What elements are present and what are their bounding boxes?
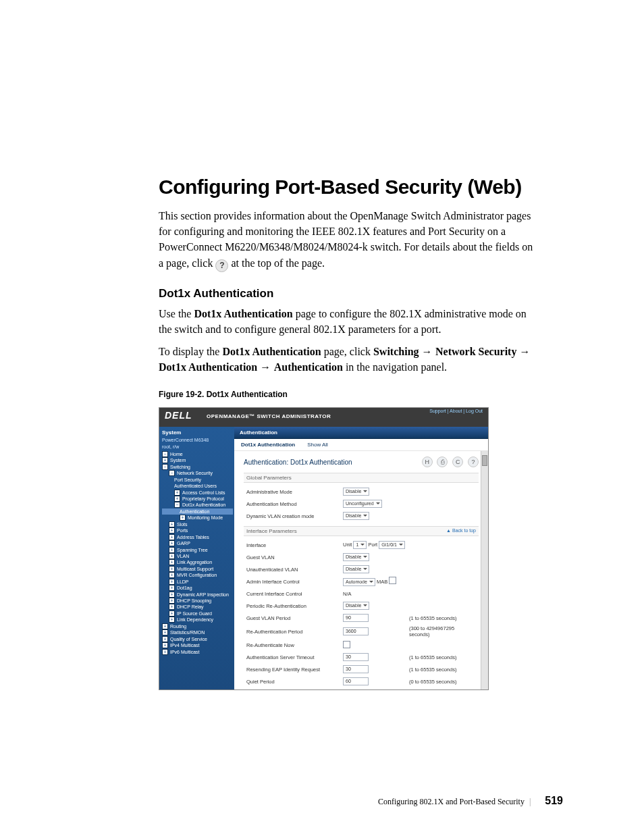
tree-item[interactable]: −Home [162,451,233,457]
tree-toggle-icon[interactable]: + [162,649,168,655]
save-icon[interactable]: H [422,457,433,467]
tree-item[interactable]: +Proprietary Protocol [162,496,233,502]
tree-item[interactable]: +Link Dependency [162,617,233,623]
select-admin-interface-control[interactable]: Automode [343,578,375,586]
tree-item[interactable]: +Monitoring Mode [162,515,233,521]
tree-toggle-icon[interactable]: + [169,553,175,559]
tree-item[interactable]: Authenticated Users [162,483,233,489]
input-guest-vlan-period[interactable]: 90 [343,614,369,622]
para-navigation: To display the Dot1x Authentication page… [159,344,537,375]
tree-toggle-icon[interactable]: + [162,623,168,629]
input-resending-eap-identity-request[interactable]: 30 [343,665,369,673]
input-authentication-server-timeout[interactable]: 30 [343,653,369,661]
p2-a: To display the [159,346,222,357]
tab-show-all[interactable]: Show All [307,442,328,448]
tree-item-label: Proprietary Protocol [182,496,224,501]
tree-toggle-icon[interactable]: + [180,515,186,521]
tree-item[interactable]: +Dot1ag [162,585,233,591]
input-supplicant-timeout[interactable]: 30 [343,689,369,690]
tree-toggle-icon[interactable]: + [169,617,175,623]
tree-item[interactable]: +DHCP Relay [162,604,233,610]
tree-toggle-icon[interactable]: + [162,636,168,642]
tree-toggle-icon[interactable]: + [169,534,175,540]
tree-toggle-icon[interactable]: + [169,610,175,617]
scrollbar-thumb[interactable] [482,455,487,466]
tree-toggle-icon[interactable]: + [169,598,175,604]
brand-logo: DELL [165,411,192,420]
tree-toggle-icon[interactable]: + [174,496,180,502]
select-unit[interactable]: 1 [353,541,367,549]
tree-toggle-icon[interactable]: + [174,490,180,496]
header-links[interactable]: Support | About | Log Out [429,409,483,413]
tree-toggle-icon[interactable]: + [169,559,175,565]
tree-root[interactable]: System [162,429,233,437]
checkbox-mab[interactable] [389,577,396,584]
input-re-authentication-period[interactable]: 3600 [343,627,369,635]
tree-item[interactable]: +System [162,457,233,463]
tree-toggle-icon[interactable]: − [174,502,180,508]
nav-tree[interactable]: System PowerConnect M6348 root, r/w −Hom… [159,427,234,689]
refresh-icon[interactable]: C [452,457,463,467]
tab-dot1x-auth[interactable]: Dot1x Authentication [241,442,295,448]
tree-toggle-icon[interactable]: + [162,629,168,635]
checkbox-re-authenticate-now[interactable] [343,641,350,648]
tree-toggle-icon[interactable]: + [169,566,175,572]
field-label: Admin Interface Control [244,575,340,588]
tree-toggle-icon[interactable]: + [162,642,168,648]
table-row: Current Interface ControlN/A [244,588,479,600]
tree-toggle-icon[interactable]: + [169,579,175,585]
scrollbar[interactable] [481,451,488,690]
select-dynamic-vlan-creation-mode[interactable]: Disable [343,512,369,520]
tree-item[interactable]: +IPv6 Multicast [162,649,233,655]
tree-item[interactable]: +Ports [162,527,233,533]
tree-item[interactable]: +IP Source Guard [162,610,233,617]
tree-item[interactable]: +MVR Configuration [162,572,233,578]
field-hint: (1 to 65535 seconds) [406,687,479,690]
tree-item-label: GARP [177,541,190,546]
tree-toggle-icon[interactable]: + [169,604,175,610]
tree-item[interactable]: −Dot1x Authentication [162,502,233,508]
tree-item-label: Link Aggregation [177,560,212,565]
tree-item[interactable]: +Slots [162,521,233,527]
tree-item[interactable]: −Network Security [162,470,233,476]
tree-item[interactable]: +GARP [162,540,233,546]
tree-toggle-icon[interactable]: + [169,521,175,527]
select-administrative-mode[interactable]: Disable [343,488,369,496]
help-icon[interactable]: ? [468,457,479,467]
tree-item[interactable]: +Quality of Service [162,636,233,642]
tree-toggle-icon[interactable]: + [162,457,168,463]
field-hint [406,588,479,600]
tree-item[interactable]: +Dynamic ARP Inspection [162,592,233,598]
tree-item[interactable]: Authentication [162,509,233,515]
select-periodic-re-authentication[interactable]: Disable [343,602,369,610]
tree-item[interactable]: +VLAN [162,553,233,559]
select-authentication-method[interactable]: Unconfigured [343,500,382,508]
tree-item[interactable]: +Spanning Tree [162,547,233,553]
tree-toggle-icon[interactable]: + [169,540,175,546]
print-icon[interactable]: ⎙ [437,457,448,467]
tree-toggle-icon[interactable]: + [169,547,175,553]
tree-toggle-icon[interactable]: + [169,527,175,533]
select-guest-vlan[interactable]: Disable [343,553,369,561]
tree-item[interactable]: Port Security [162,477,233,483]
tree-toggle-icon[interactable]: − [162,451,168,457]
tree-toggle-icon[interactable]: + [169,592,175,598]
tree-toggle-icon[interactable]: + [169,585,175,591]
tree-toggle-icon[interactable]: − [169,470,175,476]
tree-item[interactable]: +Address Tables [162,534,233,540]
input-quiet-period[interactable]: 60 [343,677,369,685]
select-port[interactable]: Gi1/0/1 [379,541,405,549]
back-to-top-link[interactable]: ▲ Back to top [446,528,476,534]
tree-item[interactable]: +LLDP [162,579,233,585]
tree-item[interactable]: +Routing [162,623,233,629]
tree-item[interactable]: −Switching [162,464,233,470]
tree-item[interactable]: +Link Aggregation [162,559,233,565]
tree-toggle-icon[interactable]: − [162,464,168,470]
tree-item[interactable]: +IPv4 Multicast [162,642,233,648]
tree-item[interactable]: +Access Control Lists [162,490,233,496]
tree-toggle-icon[interactable]: + [169,572,175,578]
tree-item[interactable]: +DHCP Snooping [162,598,233,604]
tree-item[interactable]: +Statistics/RMON [162,629,233,635]
select-unauthenticated-vlan[interactable]: Disable [343,565,369,573]
tree-item[interactable]: +Multicast Support [162,566,233,572]
